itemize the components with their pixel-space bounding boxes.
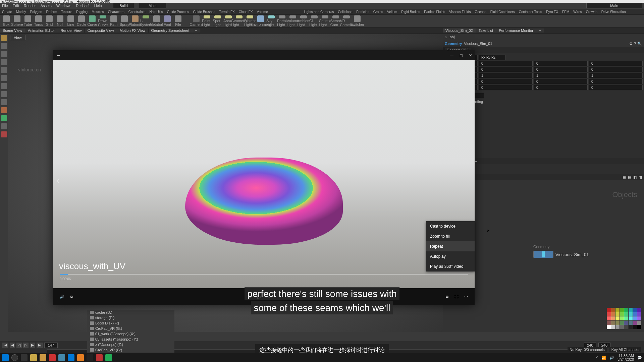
minimize-icon[interactable]: — xyxy=(450,53,453,58)
tab-perfmon[interactable]: Performance Monitor xyxy=(496,28,536,33)
color-swatch[interactable] xyxy=(611,325,615,329)
tab-takelist[interactable]: Take List xyxy=(476,28,496,33)
shelf-tab[interactable]: Terrain FX xyxy=(217,9,237,14)
frame-input[interactable]: 147 xyxy=(44,343,58,348)
param-field[interactable]: 1 xyxy=(534,73,588,78)
menu-windows[interactable]: Windows xyxy=(56,4,71,8)
menu-zoom[interactable]: Zoom to fill xyxy=(426,231,475,241)
play-back-icon[interactable]: ◁ xyxy=(16,343,22,348)
last-frame-icon[interactable]: ▶| xyxy=(37,343,43,348)
color-swatch[interactable] xyxy=(615,308,620,312)
close-icon[interactable]: ✕ xyxy=(469,53,472,58)
shelf-tool[interactable]: Sphere xyxy=(12,15,22,27)
param-field[interactable]: 0 xyxy=(479,67,533,72)
shelf-tab[interactable]: Guide Process xyxy=(165,9,191,14)
shelf-tab[interactable]: Characters xyxy=(106,9,126,14)
shelf-tool[interactable]: Tube xyxy=(23,15,33,27)
shelf-tool[interactable]: Stereo Cam xyxy=(331,15,341,27)
app-icon[interactable] xyxy=(96,354,103,361)
shelf-tab[interactable]: Crowds xyxy=(584,9,599,14)
tray-volume-icon[interactable]: 🔊 xyxy=(609,356,614,360)
tool-icon[interactable] xyxy=(1,131,7,137)
seekbar[interactable] xyxy=(60,274,468,275)
param-field[interactable]: 1 xyxy=(479,73,533,78)
tree-item[interactable]: 05_assets (\\Jasonpc) (Y:) xyxy=(87,337,174,342)
color-swatch[interactable] xyxy=(637,308,641,312)
tool-icon[interactable] xyxy=(1,67,7,73)
prev-icon[interactable]: ‹ xyxy=(56,174,60,186)
app-icon[interactable] xyxy=(68,354,74,361)
color-swatch[interactable] xyxy=(629,308,633,312)
shelf-tool[interactable]: Null xyxy=(55,15,65,27)
param-field[interactable]: 0 xyxy=(589,79,643,84)
geometry-node[interactable]: Geometry Viscious_Sim_01 xyxy=(533,251,589,258)
shelf-tab[interactable]: Guide Brushes xyxy=(191,9,217,14)
shelf-tool[interactable]: GI Light xyxy=(309,15,319,27)
menu-assets[interactable]: Assets xyxy=(41,4,52,8)
shelf-tab[interactable]: Deform xyxy=(44,9,59,14)
color-swatch[interactable] xyxy=(637,316,641,320)
tab-add[interactable]: + xyxy=(536,28,544,33)
color-swatch[interactable] xyxy=(624,312,628,316)
miniplayer-icon[interactable]: ⧉ xyxy=(446,295,448,299)
select-icon[interactable] xyxy=(1,35,7,41)
menu-autoplay[interactable]: Autoplay xyxy=(426,251,475,261)
shelf-tab[interactable]: Cloud FX xyxy=(237,9,255,14)
tab-motionfx[interactable]: Motion FX View xyxy=(117,28,149,33)
tray-network-icon[interactable]: 📶 xyxy=(601,356,606,360)
shelf-tool[interactable]: Geometry Light xyxy=(234,15,244,27)
prev-frame-icon[interactable]: ◀ xyxy=(10,343,15,348)
fullscreen-icon[interactable]: ⛶ xyxy=(454,295,458,299)
param-field[interactable]: 0 xyxy=(534,61,588,66)
node-name[interactable]: Viscious_Sim_01 xyxy=(464,42,492,46)
color-swatch[interactable] xyxy=(611,321,615,325)
shelf-tab[interactable]: Pyro FX xyxy=(544,9,560,14)
param-field[interactable]: 0 xyxy=(534,79,588,84)
tool-icon[interactable] xyxy=(1,91,7,97)
app-icon[interactable] xyxy=(49,354,56,361)
shelf-tab[interactable]: Viscous Fluids xyxy=(447,9,473,14)
color-swatch[interactable] xyxy=(629,312,633,316)
shelf-tool[interactable]: Curve xyxy=(87,15,97,27)
shelf-tool[interactable]: Font xyxy=(162,15,172,27)
color-swatch[interactable] xyxy=(607,325,611,329)
color-swatch[interactable] xyxy=(620,316,624,320)
shelf-tool[interactable]: Grid xyxy=(44,15,54,27)
first-frame-icon[interactable]: |◀ xyxy=(2,343,8,348)
menu-help[interactable]: Help xyxy=(94,4,102,8)
param-field[interactable]: 0 xyxy=(479,85,533,90)
right-dropdown[interactable]: Main xyxy=(586,3,642,8)
shelf-tab[interactable]: Polygon xyxy=(28,9,44,14)
color-palette[interactable] xyxy=(607,308,641,329)
tab-scene-view[interactable]: Scene View xyxy=(0,28,25,33)
tree-item[interactable]: 01_work (\\Jasonpc) (X:) xyxy=(87,331,174,337)
cortana-icon[interactable] xyxy=(11,354,18,361)
main-dropdown[interactable]: Main xyxy=(139,3,166,8)
tool-icon[interactable] xyxy=(1,51,7,57)
app-icon[interactable] xyxy=(40,354,46,361)
shelf-tool[interactable]: Torus xyxy=(34,15,44,27)
shelf-tab[interactable]: FEM xyxy=(560,9,571,14)
shelf-tab[interactable]: Fluid Containers xyxy=(488,9,517,14)
next-frame-icon[interactable]: ▶ xyxy=(30,343,35,348)
shelf-tab[interactable]: Collisions xyxy=(336,9,355,14)
menu-edit[interactable]: Edit xyxy=(13,4,19,8)
shelf-tool[interactable]: Path xyxy=(109,15,119,27)
view-dropdown[interactable]: View xyxy=(10,35,25,40)
shelf-tool[interactable]: Draw Curve xyxy=(98,15,108,27)
color-swatch[interactable] xyxy=(615,325,620,329)
volume-icon[interactable]: 🔊 xyxy=(60,295,64,299)
color-swatch[interactable] xyxy=(620,312,624,316)
tree-item[interactable]: z (\\Jasonpc) (Z:) xyxy=(87,342,174,347)
rotation-order[interactable]: Rx Ry Rz xyxy=(479,55,506,60)
shelf-tab[interactable]: Particles xyxy=(354,9,371,14)
shelf-tool[interactable]: Spot Light xyxy=(213,15,223,27)
param-field[interactable]: 0 xyxy=(479,79,533,84)
menu-cast[interactable]: Cast to device xyxy=(426,221,475,231)
shelf-tab[interactable]: Volume xyxy=(255,9,270,14)
tab-composite[interactable]: Composite View xyxy=(85,28,117,33)
color-swatch[interactable] xyxy=(629,316,633,320)
color-swatch[interactable] xyxy=(633,308,637,312)
param-field[interactable]: 0 xyxy=(534,85,588,90)
tab-add[interactable]: + xyxy=(192,28,200,33)
